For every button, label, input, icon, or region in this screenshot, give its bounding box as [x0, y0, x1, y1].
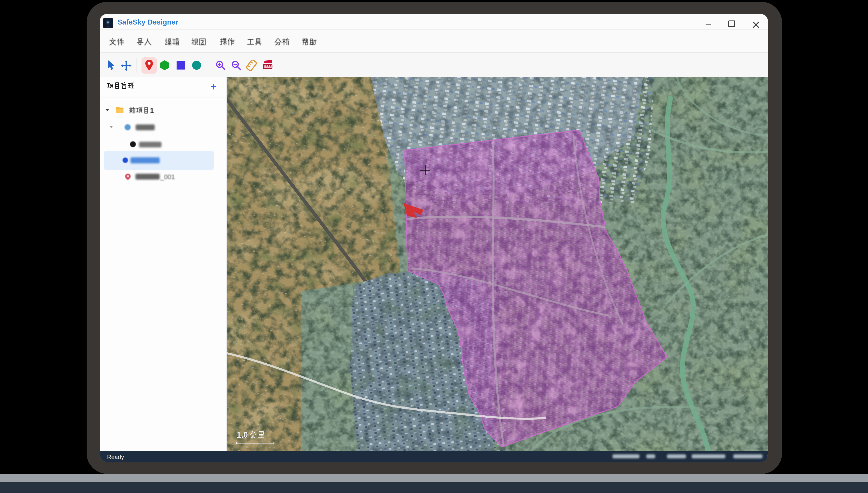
svg-text:1.0: 1.0	[237, 430, 248, 440]
